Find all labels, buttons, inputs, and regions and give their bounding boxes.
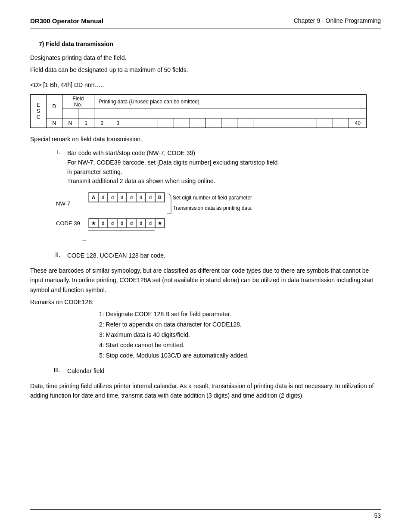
table-cell-empty2	[78, 109, 94, 118]
code39-d1: d	[98, 218, 108, 228]
roman-item-I: I. Bar code with start/stop code (NW-7, …	[47, 149, 381, 186]
table-cell-10	[221, 118, 237, 128]
nw7-d5: d	[136, 193, 146, 202]
table-cell-17	[333, 118, 349, 128]
roman-content-II: CODE 128, UCC/EAN 128 bar code.	[67, 251, 381, 261]
nw7-d6: d	[146, 193, 155, 202]
nw7-d3: d	[117, 193, 127, 202]
nw7-d4: d	[127, 193, 136, 202]
remark-3: 3: Maximum data is 40 digits/field.	[99, 330, 381, 340]
remark-2: 2: Refer to appendix on data character f…	[99, 320, 381, 330]
tilde-char: ~	[82, 236, 381, 245]
code39-row: CODE 39 ★ d d d d d d ★	[56, 218, 381, 228]
roman-item-III: III. Calendar field	[47, 367, 381, 376]
special-remark: Special remark on field data transmissio…	[30, 136, 381, 143]
roman-numeral-III: III.	[47, 367, 60, 376]
intro-line-1: Designates printing data of the field.	[30, 53, 381, 63]
page: DR300 Operator Manual Chapter 9 - Online…	[0, 0, 411, 532]
roman-content-I: Bar code with start/stop code (NW-7, COD…	[67, 149, 381, 186]
roman-I-line-3: Transmit additional 2 data as shown when…	[67, 177, 381, 186]
nw7-label: NW-7	[56, 200, 84, 207]
section-title: 7) Field data transmission	[39, 40, 381, 47]
table-cell-7	[174, 118, 190, 128]
code128-paragraph: These are barcodes of similar symbology,…	[30, 266, 381, 307]
table-cell-5	[142, 118, 158, 128]
page-header: DR300 Operator Manual Chapter 9 - Online…	[30, 17, 381, 25]
barcode-diagram: NW-7 A d d d d d d B Set digit number of…	[56, 192, 381, 245]
calendar-paragraph: Date, time printing field utilizes print…	[30, 381, 381, 401]
code-line: <D> [1 Bh, 44h] DD nnn…..	[30, 81, 381, 88]
table-cell-1: 1	[78, 118, 94, 128]
code39-d5: d	[136, 218, 146, 228]
code39-d3: d	[117, 218, 127, 228]
table-cell-empty	[62, 109, 78, 118]
table-cell-16	[317, 118, 333, 128]
table-cell-n2: N	[62, 118, 78, 128]
roman-list: I. Bar code with start/stop code (NW-7, …	[47, 149, 381, 186]
table-cell-11	[237, 118, 253, 128]
header-divider	[30, 28, 381, 28]
roman-II-line-0: CODE 128, UCC/EAN 128 bar code.	[67, 251, 381, 261]
brace-svg-top	[166, 193, 172, 215]
table-cell-12	[253, 118, 269, 128]
roman-numeral-II: II.	[47, 251, 60, 261]
table-cell-9	[206, 118, 221, 128]
code39-label: CODE 39	[56, 220, 84, 227]
roman-numeral-I: I.	[47, 149, 60, 186]
remark-1: 1: Designate CODE 128 B set for field pa…	[99, 309, 381, 320]
intro-line-2: Field data can be designated up to a max…	[30, 65, 381, 75]
section-number: 7)	[39, 40, 44, 47]
code39-start-cell: ★	[89, 218, 98, 228]
roman-I-line-0: Bar code with start/stop code (NW-7, COD…	[67, 149, 381, 158]
nw7-row: NW-7 A d d d d d d B Set digit number of…	[56, 192, 381, 215]
brace-text-1: Set digit number of field parameter Tran…	[173, 194, 252, 212]
roman-item-II: II. CODE 128, UCC/EAN 128 bar code.	[47, 251, 381, 261]
roman-list-II: II. CODE 128, UCC/EAN 128 bar code.	[47, 251, 381, 261]
nw7-d2: d	[108, 193, 117, 202]
table-cell-4	[126, 118, 142, 128]
chapter-title: Chapter 9 - Online Programming	[294, 17, 381, 24]
page-number: 53	[374, 512, 381, 519]
code39-end-cell: ★	[155, 218, 165, 228]
field-data-table: ESC D FieldNo. Printing data (Unused pla…	[30, 94, 367, 128]
section-heading: Field data transmission	[46, 40, 113, 47]
table-cell-14	[285, 118, 301, 128]
code39-d6: d	[146, 218, 155, 228]
manual-title: DR300 Operator Manual	[30, 17, 103, 25]
table-cell-6	[158, 118, 174, 128]
table-cell-n1: N	[46, 118, 62, 128]
roman-I-line-2: in parameter setting.	[67, 168, 381, 177]
roman-I-line-1: For NW-7, CODE39 barcode, set [Data digi…	[67, 158, 381, 168]
table-cell-8	[190, 118, 206, 128]
para-1: These are barcodes of similar symbology,…	[30, 266, 381, 295]
table-cell-empty-row	[94, 109, 367, 118]
table-cell-esc: ESC	[31, 95, 47, 128]
nw7-d1: d	[98, 193, 108, 202]
footer-divider	[30, 509, 381, 510]
table-cell-d: D	[46, 95, 62, 118]
nw7-barcode: A d d d d d d B Set digit number of fiel…	[88, 192, 252, 215]
remark-4: 4: Start code cannot be omitted.	[99, 340, 381, 351]
table-cell-2: 2	[94, 118, 110, 128]
nw7-end-cell: B	[155, 193, 165, 202]
roman-III-line-0: Calendar field	[67, 367, 381, 376]
code39-d2: d	[108, 218, 117, 228]
calendar-text: Date, time printing field utilizes print…	[30, 381, 381, 401]
table-cell-3: 3	[110, 118, 126, 128]
code39-d4: d	[127, 218, 136, 228]
table-cell-field-no-header: FieldNo.	[62, 95, 94, 109]
para-2: Remarks on CODE128:	[30, 297, 381, 307]
table-cell-printing-data-header: Printing data (Unused place can be omitt…	[94, 95, 367, 109]
table-cell-13	[269, 118, 285, 128]
roman-content-III: Calendar field	[67, 367, 381, 376]
remarks-list: 1: Designate CODE 128 B set for field pa…	[99, 309, 381, 361]
remark-5: 5: Stop code, Modulus 103C/D are automat…	[99, 351, 381, 361]
roman-list-III: III. Calendar field	[47, 367, 381, 376]
table-cell-15	[301, 118, 317, 128]
nw7-start-cell: A	[89, 193, 98, 202]
table-cell-40: 40	[349, 118, 367, 128]
